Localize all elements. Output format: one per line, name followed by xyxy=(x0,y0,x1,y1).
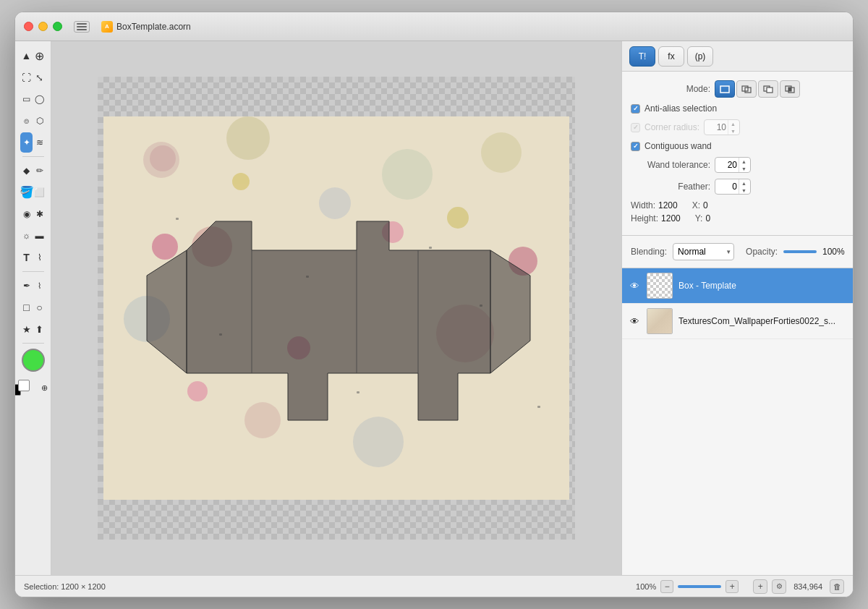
wand-tolerance-up[interactable]: ▲ xyxy=(739,158,749,165)
p-button[interactable]: (p) xyxy=(687,46,713,67)
tool-pair-5: ✦ ≋ xyxy=(20,132,46,153)
wand-tolerance-spinbox[interactable]: ▲ ▼ xyxy=(715,157,751,173)
minimize-button[interactable] xyxy=(38,22,48,31)
layer-thumb-1 xyxy=(647,273,673,299)
lasso-tool[interactable]: ⌾ xyxy=(20,111,33,131)
delete-layer-button[interactable]: 🗑 xyxy=(830,579,844,594)
smudge-tool[interactable]: ◉ xyxy=(20,204,33,224)
color-chips xyxy=(15,380,30,396)
x-group: X: 0 xyxy=(692,200,708,210)
width-label: Width: xyxy=(631,200,655,210)
eyedropper-tool[interactable]: ◆ xyxy=(20,161,33,181)
zoom-tool[interactable]: ⊕ xyxy=(33,46,46,66)
layer-settings-button[interactable]: ⚙︎ xyxy=(772,579,786,594)
close-button[interactable] xyxy=(24,22,33,31)
layer-thumb-2 xyxy=(647,308,673,334)
corner-radius-input[interactable] xyxy=(705,120,728,135)
blend-mode-select[interactable]: Normal Multiply Screen Overlay xyxy=(673,243,734,260)
text-tool[interactable]: T xyxy=(20,247,33,268)
properties-button[interactable]: T! xyxy=(629,46,655,67)
arrow-shape-tool[interactable]: ⬆ xyxy=(33,319,46,339)
quick-mask-tool[interactable]: ≋ xyxy=(33,132,46,153)
wand-tolerance-down[interactable]: ▼ xyxy=(739,165,749,172)
contiguous-wand-checkbox[interactable] xyxy=(631,142,640,151)
layer-row-floral[interactable]: 👁 TexturesCom_WallpaperForties0022_s... xyxy=(622,304,853,339)
blend-mode-select-wrap: Normal Multiply Screen Overlay ▼ xyxy=(673,243,734,260)
anti-alias-checkbox[interactable] xyxy=(631,104,640,114)
blending-label: Blending: xyxy=(631,247,667,257)
sidebar-toggle-button[interactable] xyxy=(74,21,90,33)
feather-spinbox[interactable]: ▲ ▼ xyxy=(715,179,751,195)
tool-pair-11: ✒ ⌇ xyxy=(20,276,46,296)
window-title: BoxTemplate.acorn xyxy=(116,22,191,32)
corner-radius-up[interactable]: ▲ xyxy=(728,120,738,127)
mode-label: Mode: xyxy=(631,84,710,94)
pencil-tool[interactable]: ✏ xyxy=(33,161,46,181)
wand-tolerance-row: Wand tolerance: ▲ ▼ xyxy=(631,157,844,173)
transform-tool[interactable]: ⤡ xyxy=(33,67,46,88)
add-layer-button[interactable]: + xyxy=(753,579,767,594)
rect-select-tool[interactable]: ▭ xyxy=(20,89,33,109)
dims-section: Width: 1200 X: 0 Height: 1200 xyxy=(631,200,844,223)
tool-pair-1: ▲ ⊕ xyxy=(20,46,46,66)
foreground-color-swatch[interactable] xyxy=(22,349,45,372)
mode-rect-btn[interactable] xyxy=(715,80,735,98)
vector-tool[interactable]: ⌇ xyxy=(33,247,46,268)
eraser-tool[interactable]: ⬜ xyxy=(33,182,46,203)
anti-alias-row: Anti-alias selection xyxy=(631,103,844,114)
tool-pair-4: ⌾ ⬡ xyxy=(20,111,46,131)
wand-tolerance-input[interactable] xyxy=(715,158,739,172)
mode-intersect-btn[interactable] xyxy=(780,80,800,98)
crop-tool[interactable]: ⛶ xyxy=(20,67,33,88)
gradient-tool[interactable]: ▬ xyxy=(33,226,46,246)
divider-2 xyxy=(22,271,44,272)
circle-shape-tool[interactable]: ○ xyxy=(33,297,46,318)
title-file: A BoxTemplate.acorn xyxy=(101,21,191,33)
feather-down[interactable]: ▼ xyxy=(739,187,749,194)
ellipse-select-tool[interactable]: ◯ xyxy=(33,89,46,109)
tool-pair-8: ◉ ✱ xyxy=(20,204,46,224)
width-value: 1200 xyxy=(658,200,678,210)
bottom-right-buttons: + ⚙︎ 834,964 🗑 xyxy=(753,579,844,594)
width-group: Width: 1200 xyxy=(631,200,678,210)
zoom-slider[interactable] xyxy=(678,585,721,588)
zoom-out-button[interactable]: − xyxy=(660,580,673,593)
corner-radius-spinbox[interactable]: ▲ ▼ xyxy=(704,119,740,135)
maximize-button[interactable] xyxy=(53,22,62,31)
polygon-lasso-tool[interactable]: ⬡ xyxy=(33,111,46,131)
clone-tool[interactable]: ✱ xyxy=(33,204,46,224)
tool-pair-12: □ ○ xyxy=(20,297,46,318)
fx-button[interactable]: fx xyxy=(658,46,684,67)
box-template-svg xyxy=(103,116,569,500)
rect-shape-tool[interactable]: □ xyxy=(20,297,33,318)
paint-bucket-tool[interactable]: 🪣 xyxy=(20,182,33,203)
dims-row-2: Height: 1200 Y: 0 xyxy=(631,213,844,223)
dodge-tool[interactable]: ☼ xyxy=(20,226,33,246)
feather-input[interactable] xyxy=(715,179,739,194)
layers-section: 👁 Box - Template 👁 TexturesCom_Wallp xyxy=(622,268,853,575)
layer-eye-1[interactable]: 👁 xyxy=(628,279,641,292)
zoom-in-button[interactable]: + xyxy=(726,580,739,593)
mode-subtract-btn[interactable] xyxy=(758,80,778,98)
corner-radius-checkbox[interactable] xyxy=(631,123,640,132)
feather-arrows: ▲ ▼ xyxy=(739,179,749,194)
thumb-floral-2 xyxy=(647,309,672,333)
bezier-tool[interactable]: ⌇ xyxy=(33,276,46,296)
mode-row: Mode: xyxy=(631,80,844,98)
pen-tool[interactable]: ✒ xyxy=(20,276,33,296)
corner-radius-down[interactable]: ▼ xyxy=(728,127,738,135)
star-shape-tool[interactable]: ★ xyxy=(20,319,33,339)
canvas-content xyxy=(103,116,569,500)
canvas-container[interactable] xyxy=(98,77,575,540)
y-label: Y: xyxy=(695,213,703,223)
arrow-tool[interactable]: ▲ xyxy=(20,46,33,66)
mode-add-btn[interactable] xyxy=(736,80,757,98)
magic-wand-tool[interactable]: ✦ xyxy=(20,132,33,153)
opacity-slider[interactable] xyxy=(783,250,817,253)
feather-up[interactable]: ▲ xyxy=(739,179,749,187)
properties-icon: T! xyxy=(639,51,647,61)
zoom-control: 100% − + xyxy=(636,580,739,593)
layer-eye-2[interactable]: 👁 xyxy=(628,315,641,328)
bg-chip[interactable] xyxy=(18,380,30,391)
layer-row-box-template[interactable]: 👁 Box - Template xyxy=(622,268,853,304)
